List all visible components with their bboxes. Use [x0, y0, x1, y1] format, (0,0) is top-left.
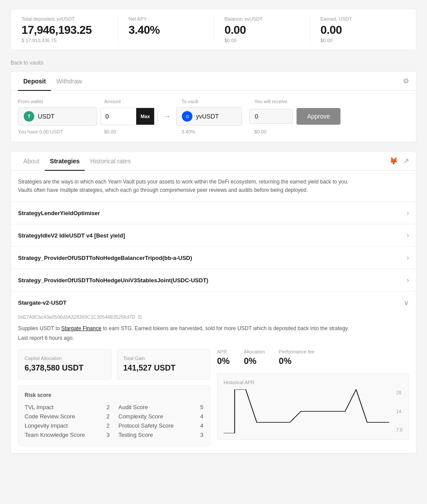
- risk-testing-value: 3: [200, 432, 203, 438]
- risk-row-code: Code Review Score 2: [25, 412, 110, 421]
- to-vault-label: To vault: [181, 99, 198, 104]
- strategy-name-2: Strategy_ProviderOfUSDTToNoHedgeBalancer…: [18, 255, 192, 261]
- chart-label-14: 14.: [396, 409, 402, 414]
- address-text: 0xE7A8Cbc43a0506d3A328393C1C30548835256d…: [18, 314, 135, 320]
- capital-allocation-value: 6,378,580 USDT: [25, 364, 105, 373]
- stat-earned-label: Earned, USDT: [321, 16, 352, 22]
- risk-row-team: Team Knowledge Score 3: [25, 430, 110, 439]
- last-report-text: Last report 6 hours ago.: [18, 334, 409, 342]
- strategy-item-2[interactable]: Strategy_ProviderOfUSDTToNoHedgeBalancer…: [11, 247, 416, 269]
- max-button[interactable]: Max: [136, 108, 154, 125]
- strat-icon-group: 🦊 ↗: [389, 157, 409, 165]
- amount-input-wrapper: Max: [101, 108, 158, 125]
- risk-complexity-value: 4: [200, 413, 203, 420]
- stargate-finance-link[interactable]: Stargate Finance: [62, 325, 101, 331]
- stats-bar: Total deposited, yvUSDT 17,946,193.25 $ …: [11, 9, 416, 50]
- stat-net-apy: Net APY 3.40%: [118, 16, 214, 43]
- strategies-tab[interactable]: Strategies: [45, 151, 85, 171]
- strategies-description: Strategies are the ways in which each Ye…: [11, 171, 416, 202]
- withdraw-tab[interactable]: Withdraw: [51, 72, 87, 91]
- risk-row-tvl: TVL Impact 2: [25, 403, 110, 412]
- stat-earned-value: 0.00: [321, 23, 342, 37]
- chevron-right-icon-0: ›: [407, 209, 409, 217]
- amount-usd: $0.00: [104, 129, 116, 134]
- expanded-strategy-body: 0xE7A8Cbc43a0506d3A328393C1C30548835256d…: [11, 314, 416, 453]
- strategies-desc-text: Strategies are the ways in which each Ye…: [18, 179, 348, 193]
- deposit-form: From wallet Amount To vault You will rec…: [11, 91, 416, 142]
- strategy-name-0: StrategyLenderYieldOptimiser: [18, 210, 100, 216]
- arrow-right-icon: →: [161, 112, 173, 121]
- strategy-name-1: StrategyIdleV2 IdleUSDT v4 [Best yield]: [18, 232, 125, 239]
- settings-icon[interactable]: ⚙: [403, 77, 409, 85]
- about-tab[interactable]: About: [18, 151, 45, 171]
- total-gain-label: Total Gain: [123, 356, 204, 361]
- strategy-item-3[interactable]: Strategy_ProviderOfUSDTToNoHedgeUniV3Sta…: [11, 269, 416, 292]
- risk-code-value: 2: [106, 413, 109, 420]
- risk-grid: TVL Impact 2 Code Review Score 2 Longevi…: [25, 403, 203, 439]
- risk-longevity-label: Longevity Impact: [25, 422, 68, 429]
- capital-allocation-box: Capital Allocation 6,378,580 USDT: [18, 349, 112, 379]
- vault-selector[interactable]: ⊙ yvUSDT: [176, 107, 242, 126]
- risk-team-label: Team Knowledge Score: [25, 432, 85, 438]
- chevron-right-icon-3: ›: [407, 276, 409, 284]
- stat-total-deposited-label: Total deposited, yvUSDT: [22, 16, 75, 22]
- stat-net-apy-value: 3.40%: [129, 23, 160, 37]
- vault-token-icon: ⊙: [182, 111, 192, 122]
- strategy-item-0[interactable]: StrategyLenderYieldOptimiser ›: [11, 202, 416, 224]
- apr-value: 0%: [217, 356, 230, 366]
- strategy-item-1[interactable]: StrategyIdleV2 IdleUSDT v4 [Best yield] …: [11, 224, 416, 247]
- stat-net-apy-label: Net APY: [129, 16, 147, 22]
- capital-allocation-label: Capital Allocation: [25, 356, 105, 361]
- stat-total-deposited-value: 17,946,193.25: [22, 23, 92, 37]
- back-to-vaults-link[interactable]: Back to vaults: [11, 60, 43, 66]
- risk-protocol-label: Protocol Safety Score: [119, 422, 174, 429]
- you-will-receive-label: You will receive: [254, 99, 287, 104]
- strategy-address: 0xE7A8Cbc43a0506d3A328393C1C30548835256d…: [18, 314, 409, 320]
- strategy-name-3: Strategy_ProviderOfUSDTToNoHedgeUniV3Sta…: [18, 277, 208, 284]
- allocation-value: 0%: [244, 356, 265, 366]
- performance-fee-item: Performance fee 0%: [279, 349, 315, 366]
- strategy-desc-line1: Supplies USDT to Stargate Finance to ear…: [18, 324, 409, 332]
- amount-input[interactable]: [101, 109, 136, 123]
- risk-row-protocol: Protocol Safety Score 4: [119, 421, 204, 430]
- chart-labels-right: 28. 14. 7.0: [396, 389, 402, 433]
- historical-rates-tab[interactable]: Historical rates: [85, 151, 136, 171]
- vault-name: yvUSDT: [196, 113, 219, 120]
- risk-row-audit: Audit Score 5: [119, 403, 204, 412]
- chart-label-28: 28.: [396, 390, 402, 395]
- chevron-right-icon-2: ›: [407, 254, 409, 262]
- stat-balance-label: Balance, yvUSDT: [224, 16, 263, 22]
- from-wallet-label: From wallet: [18, 99, 43, 104]
- fox-icon[interactable]: 🦊: [389, 157, 398, 165]
- usdt-token-icon: T: [24, 111, 34, 122]
- chart-title: Historical APR: [224, 380, 402, 385]
- strategies-card: About Strategies Historical rates 🦊 ↗ St…: [11, 151, 416, 454]
- stat-balance-sub: $0.00: [224, 38, 237, 43]
- risk-row-complexity: Complexity Score 4: [119, 412, 204, 421]
- stat-earned: Earned, USDT 0.00 $0.00: [310, 16, 406, 43]
- external-link-icon[interactable]: ↗: [403, 157, 409, 165]
- deposit-tab[interactable]: Deposit: [18, 72, 51, 91]
- risk-score-title: Risk score: [25, 392, 203, 398]
- risk-team-value: 3: [106, 432, 109, 438]
- expanded-strategy: Stargate-v2-USDT ∨ 0xE7A8Cbc43a0506d3A32…: [11, 292, 416, 454]
- risk-tvl-value: 2: [106, 404, 109, 410]
- chevron-down-icon: ∨: [404, 299, 409, 307]
- receive-usd: $0.00: [254, 129, 267, 134]
- stat-balance-value: 0.00: [224, 23, 246, 37]
- historical-apr-chart: Historical APR 28. 14. 7.0: [217, 373, 409, 440]
- risk-complexity-label: Complexity Score: [119, 413, 163, 420]
- wallet-selector[interactable]: T USDT: [18, 107, 97, 126]
- chart-area: 28. 14. 7.0: [224, 389, 402, 433]
- copy-icon[interactable]: ⧉: [138, 314, 142, 320]
- risk-row-longevity: Longevity Impact 2: [25, 421, 110, 430]
- stat-total-deposited: Total deposited, yvUSDT 17,946,193.25 $ …: [22, 16, 118, 43]
- approve-button[interactable]: Approve: [297, 108, 340, 125]
- risk-score-box: Risk score TVL Impact 2 Code Review Scor…: [18, 385, 210, 446]
- risk-testing-label: Testing Score: [119, 432, 153, 438]
- strategies-tab-bar: About Strategies Historical rates 🦊 ↗: [11, 151, 416, 171]
- expanded-strategy-header[interactable]: Stargate-v2-USDT ∨: [11, 292, 416, 314]
- risk-protocol-value: 4: [200, 422, 203, 429]
- stat-earned-sub: $0.00: [321, 38, 333, 43]
- stat-total-deposited-sub: $ 17,910,336.75: [22, 38, 57, 43]
